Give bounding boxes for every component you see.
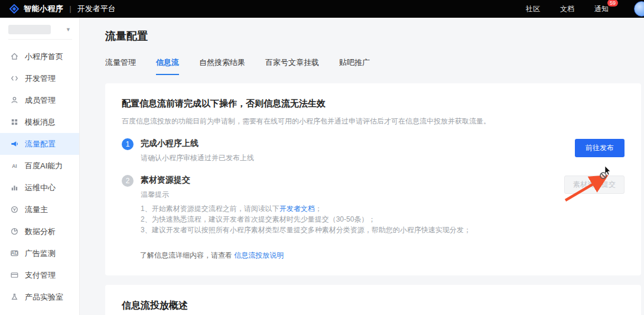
tip-line-3: 3、建议开发者可以按照所有小程序素材类型尽量提交多种素材分类资源，帮助您的小程序… xyxy=(141,225,471,235)
card-icon xyxy=(10,271,19,280)
tab-tieba-promotion[interactable]: 贴吧推广 xyxy=(339,57,370,75)
step-2: 2 素材资源提交 温馨提示 1、开始素材资源提交流程之前，请阅读以下开发者文档；… xyxy=(122,175,625,235)
topbar: 智能小程序 | 开发者平台 社区 文档 通知 59 xyxy=(0,0,644,18)
sidebar-item-payment[interactable]: 支付管理 xyxy=(0,264,79,286)
grid-icon xyxy=(10,118,19,126)
setup-card-subheading: 百度信息流投放的功能目前为申请制，需要有在线可用的小程序包并通过申请评估后才可在… xyxy=(122,116,625,126)
coin-icon xyxy=(10,205,19,214)
avatar[interactable] xyxy=(634,1,644,17)
overview-title: 信息流投放概述 xyxy=(122,300,625,312)
tab-feed[interactable]: 信息流 xyxy=(156,57,179,75)
topbar-link-docs[interactable]: 文档 xyxy=(560,4,574,14)
feed-overview-card: 信息流投放概述 智能小程序为开发者提供对接百度生态的能力，为智能小程序导入百度信… xyxy=(105,285,641,315)
brand-separator: | xyxy=(70,5,71,13)
app-selector-name xyxy=(8,25,51,34)
material-submit-button[interactable]: 素材资源提交 xyxy=(564,176,625,194)
step-1-title: 完成小程序上线 xyxy=(141,138,254,149)
svg-text:AD: AD xyxy=(11,250,18,256)
step-1-desc: 请确认小程序审核通过并已发布上线 xyxy=(141,153,254,163)
feed-setup-card: 配置信息流前请完成以下操作，否则信息流无法生效 百度信息流投放的功能目前为申请制… xyxy=(105,83,641,275)
main-content: 流量配置 流量管理 信息流 自然搜索结果 百家号文章挂载 贴吧推广 配置信息流前… xyxy=(80,18,644,315)
sidebar-item-template-msg[interactable]: 模板消息 xyxy=(0,111,79,133)
megaphone-icon xyxy=(10,139,19,148)
setup-card-heading: 配置信息流前请完成以下操作，否则信息流无法生效 xyxy=(122,98,625,109)
sidebar-item-ops[interactable]: 运维中心 xyxy=(0,177,79,199)
ad-icon: AD xyxy=(10,249,19,258)
bar-chart-icon xyxy=(10,183,19,192)
step-1-number: 1 xyxy=(122,138,134,150)
step-2-desc: 温馨提示 xyxy=(141,190,471,200)
code-icon xyxy=(10,74,19,83)
sidebar-item-dev[interactable]: 开发管理 xyxy=(0,67,79,89)
tab-natural-search[interactable]: 自然搜索结果 xyxy=(199,57,245,75)
feed-guide-link[interactable]: 信息流投放说明 xyxy=(234,251,284,259)
smart-program-logo-icon xyxy=(9,4,19,14)
sidebar-item-members[interactable]: 成员管理 xyxy=(0,89,79,111)
topbar-link-community[interactable]: 社区 xyxy=(526,4,540,14)
home-icon xyxy=(10,52,19,61)
go-publish-button[interactable]: 前往发布 xyxy=(575,139,625,157)
setup-card-footer: 了解信息流详细内容，请查看 信息流投放说明 xyxy=(140,251,625,261)
tab-bar: 流量管理 信息流 自然搜索结果 百家号文章挂载 贴吧推广 xyxy=(105,57,644,75)
tip-line-1: 1、开始素材资源提交流程之前，请阅读以下开发者文档； xyxy=(141,203,471,214)
app-selector[interactable]: ▼ xyxy=(8,24,72,40)
page-title: 流量配置 xyxy=(105,29,644,43)
sidebar-item-traffic-owner[interactable]: 流量主 xyxy=(0,199,79,220)
step-1: 1 完成小程序上线 请确认小程序审核通过并已发布上线 前往发布 xyxy=(122,138,625,163)
sidebar-item-ai[interactable]: AI 百度AI能力 xyxy=(0,155,79,177)
svg-text:AI: AI xyxy=(12,163,17,169)
sidebar-item-analytics[interactable]: 数据分析 xyxy=(0,220,79,242)
sidebar-item-traffic-config[interactable]: 流量配置 xyxy=(0,133,79,155)
sidebar-item-ad-monitor[interactable]: AD 广告监测 xyxy=(0,242,79,264)
chevron-down-icon: ▼ xyxy=(66,27,71,33)
developer-docs-link[interactable]: 开发者文档 xyxy=(279,204,315,213)
pie-chart-icon xyxy=(10,227,19,236)
flask-icon xyxy=(10,293,19,301)
sidebar-item-home[interactable]: 小程序首页 xyxy=(0,46,79,67)
notification-badge: 59 xyxy=(607,0,618,7)
member-icon xyxy=(10,96,19,105)
brand-title: 智能小程序 xyxy=(24,4,64,14)
tab-traffic-management[interactable]: 流量管理 xyxy=(105,57,136,75)
tip-line-2: 2、为快速熟悉流程，建议开发者首次提交素材时先少量提交（30-50条）； xyxy=(141,214,471,225)
tab-baijiahao-mount[interactable]: 百家号文章挂载 xyxy=(265,57,319,75)
step-2-title: 素材资源提交 xyxy=(141,175,471,186)
step-2-number: 2 xyxy=(122,175,134,187)
sidebar-item-lab[interactable]: 产品实验室 xyxy=(0,286,79,308)
step-2-tips: 1、开始素材资源提交流程之前，请阅读以下开发者文档； 2、为快速熟悉流程，建议开… xyxy=(141,203,471,235)
topbar-link-notifications[interactable]: 通知 59 xyxy=(594,4,609,14)
ai-icon: AI xyxy=(10,161,19,170)
sidebar: ▼ 小程序首页 开发管理 成员管理 模板消息 流量配置 AI 百度AI能力 运维… xyxy=(0,18,80,315)
brand-subtitle: 开发者平台 xyxy=(77,4,116,14)
